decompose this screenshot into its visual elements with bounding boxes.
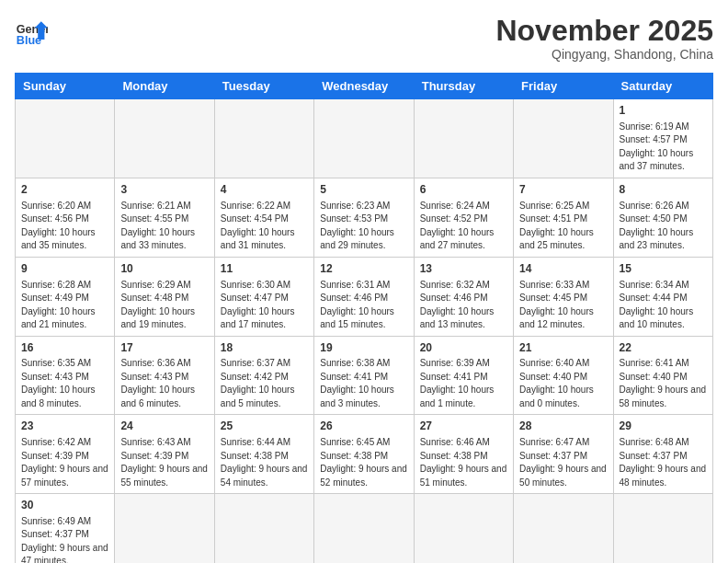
logo: General Blue: [15, 15, 48, 48]
day-number: 15: [620, 261, 707, 277]
calendar-cell: [514, 494, 613, 563]
calendar-cell: [214, 494, 313, 563]
calendar-cell: 20Sunrise: 6:39 AM Sunset: 4:41 PM Dayli…: [414, 336, 513, 415]
svg-text:Blue: Blue: [17, 34, 41, 47]
day-number: 30: [21, 498, 108, 513]
calendar-table: SundayMondayTuesdayWednesdayThursdayFrid…: [15, 73, 713, 563]
day-info: Sunrise: 6:28 AM Sunset: 4:49 PM Dayligh…: [21, 279, 108, 332]
day-info: Sunrise: 6:24 AM Sunset: 4:52 PM Dayligh…: [420, 200, 507, 253]
calendar-week-4: 16Sunrise: 6:35 AM Sunset: 4:43 PM Dayli…: [16, 336, 713, 415]
day-info: Sunrise: 6:36 AM Sunset: 4:43 PM Dayligh…: [120, 357, 208, 410]
calendar-cell: 10Sunrise: 6:29 AM Sunset: 4:48 PM Dayli…: [115, 257, 214, 336]
day-info: Sunrise: 6:26 AM Sunset: 4:50 PM Dayligh…: [620, 200, 707, 253]
calendar-cell: 22Sunrise: 6:41 AM Sunset: 4:40 PM Dayli…: [613, 336, 712, 415]
day-info: Sunrise: 6:48 AM Sunset: 4:37 PM Dayligh…: [620, 436, 707, 489]
day-number: 3: [120, 182, 208, 198]
weekday-header-tuesday: Tuesday: [214, 74, 313, 99]
day-info: Sunrise: 6:40 AM Sunset: 4:40 PM Dayligh…: [519, 357, 607, 410]
calendar-cell: 16Sunrise: 6:35 AM Sunset: 4:43 PM Dayli…: [16, 336, 115, 415]
day-number: 23: [21, 419, 108, 434]
day-number: 16: [21, 340, 108, 356]
day-info: Sunrise: 6:45 AM Sunset: 4:38 PM Dayligh…: [320, 436, 407, 489]
day-number: 18: [221, 340, 308, 356]
calendar-cell: [314, 494, 414, 563]
day-number: 14: [519, 261, 607, 277]
weekday-header-monday: Monday: [115, 74, 214, 99]
day-number: 10: [120, 261, 208, 277]
day-info: Sunrise: 6:29 AM Sunset: 4:48 PM Dayligh…: [120, 279, 208, 332]
day-info: Sunrise: 6:33 AM Sunset: 4:45 PM Dayligh…: [519, 279, 607, 332]
day-number: 26: [320, 419, 407, 434]
calendar-week-1: 1Sunrise: 6:19 AM Sunset: 4:57 PM Daylig…: [16, 99, 713, 178]
day-info: Sunrise: 6:22 AM Sunset: 4:54 PM Dayligh…: [221, 200, 308, 253]
location-subtitle: Qingyang, Shandong, China: [495, 47, 713, 62]
calendar-cell: 21Sunrise: 6:40 AM Sunset: 4:40 PM Dayli…: [514, 336, 613, 415]
calendar-cell: [115, 99, 214, 178]
day-number: 25: [221, 419, 308, 434]
calendar-cell: [314, 99, 414, 178]
day-info: Sunrise: 6:31 AM Sunset: 4:46 PM Dayligh…: [320, 279, 407, 332]
day-info: Sunrise: 6:25 AM Sunset: 4:51 PM Dayligh…: [519, 200, 607, 253]
day-number: 6: [420, 182, 507, 198]
calendar-cell: 4Sunrise: 6:22 AM Sunset: 4:54 PM Daylig…: [214, 178, 313, 257]
day-number: 8: [620, 182, 707, 198]
weekday-header-thursday: Thursday: [414, 74, 513, 99]
day-info: Sunrise: 6:23 AM Sunset: 4:53 PM Dayligh…: [320, 200, 407, 253]
day-number: 28: [519, 419, 607, 434]
calendar-cell: 26Sunrise: 6:45 AM Sunset: 4:38 PM Dayli…: [314, 415, 414, 494]
calendar-week-2: 2Sunrise: 6:20 AM Sunset: 4:56 PM Daylig…: [16, 178, 713, 257]
day-info: Sunrise: 6:35 AM Sunset: 4:43 PM Dayligh…: [21, 357, 108, 410]
calendar-cell: 25Sunrise: 6:44 AM Sunset: 4:38 PM Dayli…: [214, 415, 313, 494]
day-info: Sunrise: 6:44 AM Sunset: 4:38 PM Dayligh…: [221, 436, 308, 489]
day-number: 27: [420, 419, 507, 434]
calendar-cell: 18Sunrise: 6:37 AM Sunset: 4:42 PM Dayli…: [214, 336, 313, 415]
calendar-cell: 11Sunrise: 6:30 AM Sunset: 4:47 PM Dayli…: [214, 257, 313, 336]
day-info: Sunrise: 6:19 AM Sunset: 4:57 PM Dayligh…: [620, 121, 707, 174]
calendar-cell: 17Sunrise: 6:36 AM Sunset: 4:43 PM Dayli…: [115, 336, 214, 415]
weekday-header-wednesday: Wednesday: [314, 74, 414, 99]
day-info: Sunrise: 6:43 AM Sunset: 4:39 PM Dayligh…: [120, 436, 208, 489]
day-number: 29: [620, 419, 707, 434]
calendar-cell: 5Sunrise: 6:23 AM Sunset: 4:53 PM Daylig…: [314, 178, 414, 257]
day-info: Sunrise: 6:47 AM Sunset: 4:37 PM Dayligh…: [519, 436, 607, 489]
calendar-week-5: 23Sunrise: 6:42 AM Sunset: 4:39 PM Dayli…: [16, 415, 713, 494]
calendar-cell: 1Sunrise: 6:19 AM Sunset: 4:57 PM Daylig…: [613, 99, 712, 178]
day-number: 9: [21, 261, 108, 277]
weekday-header-friday: Friday: [514, 74, 613, 99]
calendar-cell: 30Sunrise: 6:49 AM Sunset: 4:37 PM Dayli…: [16, 494, 115, 563]
calendar-week-6: 30Sunrise: 6:49 AM Sunset: 4:37 PM Dayli…: [16, 494, 713, 563]
day-number: 7: [519, 182, 607, 198]
calendar-cell: 8Sunrise: 6:26 AM Sunset: 4:50 PM Daylig…: [613, 178, 712, 257]
day-info: Sunrise: 6:49 AM Sunset: 4:37 PM Dayligh…: [21, 515, 108, 563]
logo-icon: General Blue: [15, 15, 48, 48]
day-info: Sunrise: 6:46 AM Sunset: 4:38 PM Dayligh…: [420, 436, 507, 489]
month-title: November 2025: [495, 15, 713, 47]
day-info: Sunrise: 6:20 AM Sunset: 4:56 PM Dayligh…: [21, 200, 108, 253]
calendar-cell: [16, 99, 115, 178]
title-block: November 2025 Qingyang, Shandong, China: [495, 15, 713, 62]
calendar-cell: 9Sunrise: 6:28 AM Sunset: 4:49 PM Daylig…: [16, 257, 115, 336]
calendar-cell: [115, 494, 214, 563]
weekday-header-row: SundayMondayTuesdayWednesdayThursdayFrid…: [16, 74, 713, 99]
day-number: 12: [320, 261, 407, 277]
day-info: Sunrise: 6:41 AM Sunset: 4:40 PM Dayligh…: [620, 357, 707, 410]
day-info: Sunrise: 6:30 AM Sunset: 4:47 PM Dayligh…: [221, 279, 308, 332]
day-number: 21: [519, 340, 607, 356]
calendar-cell: 29Sunrise: 6:48 AM Sunset: 4:37 PM Dayli…: [613, 415, 712, 494]
page-header: General Blue November 2025 Qingyang, Sha…: [15, 15, 713, 62]
day-number: 2: [21, 182, 108, 198]
weekday-header-sunday: Sunday: [16, 74, 115, 99]
weekday-header-saturday: Saturday: [613, 74, 712, 99]
calendar-cell: 12Sunrise: 6:31 AM Sunset: 4:46 PM Dayli…: [314, 257, 414, 336]
calendar-cell: 24Sunrise: 6:43 AM Sunset: 4:39 PM Dayli…: [115, 415, 214, 494]
day-info: Sunrise: 6:42 AM Sunset: 4:39 PM Dayligh…: [21, 436, 108, 489]
day-number: 1: [620, 103, 707, 119]
day-info: Sunrise: 6:21 AM Sunset: 4:55 PM Dayligh…: [120, 200, 208, 253]
calendar-cell: 13Sunrise: 6:32 AM Sunset: 4:46 PM Dayli…: [414, 257, 513, 336]
day-info: Sunrise: 6:32 AM Sunset: 4:46 PM Dayligh…: [420, 279, 507, 332]
day-number: 24: [120, 419, 208, 434]
calendar-cell: 7Sunrise: 6:25 AM Sunset: 4:51 PM Daylig…: [514, 178, 613, 257]
calendar-cell: [514, 99, 613, 178]
day-info: Sunrise: 6:39 AM Sunset: 4:41 PM Dayligh…: [420, 357, 507, 410]
calendar-cell: [414, 494, 513, 563]
